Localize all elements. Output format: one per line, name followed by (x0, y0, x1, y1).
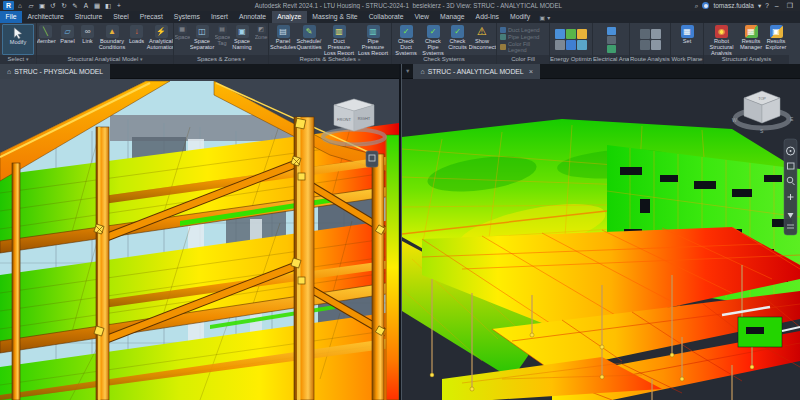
avatar[interactable] (702, 2, 709, 9)
analytical-automation-icon: ⚡ (155, 25, 168, 38)
compass-west-label: W (732, 117, 737, 123)
panel-label-electrical[interactable]: Electrical Analysis (593, 55, 629, 64)
panel-label-energy[interactable]: Energy Optimization (550, 55, 592, 64)
optimize-icon[interactable] (555, 40, 565, 50)
tab-analyze[interactable]: Analyze (272, 11, 307, 23)
pipe-legend-icon (500, 34, 506, 40)
navigation-bar[interactable] (784, 139, 797, 235)
boundary-conditions-button[interactable]: ▲ Boundary Conditions (97, 24, 127, 55)
path-of-travel-icon[interactable] (640, 29, 650, 39)
space-tag-icon: ▤ (218, 25, 227, 34)
systems-analysis-icon[interactable] (566, 40, 576, 50)
results-manager-button[interactable]: ▦ Results Manager (739, 24, 764, 55)
multiple-paths-icon[interactable] (651, 29, 661, 39)
restore-button[interactable]: ❐ (785, 2, 795, 10)
space-separator-button[interactable]: ◫ Space Separator (190, 24, 215, 55)
link-button[interactable]: ∞ Link (78, 24, 97, 55)
generate-icon[interactable] (577, 29, 587, 39)
duct-legend-button: Duct Legend (500, 27, 546, 33)
analytical-automation-button[interactable]: ⚡ Analytical Automation (146, 24, 173, 55)
text-icon[interactable]: A (81, 1, 91, 10)
view-tab-analytical-model[interactable]: ⌂ STRUC - ANALYTICAL MODEL × (413, 64, 540, 79)
duct-legend-icon (500, 27, 506, 33)
panel-schedules-button[interactable]: ▤ Panel Schedules (270, 24, 296, 55)
tab-manage[interactable]: Manage (435, 11, 471, 23)
panel-label-check[interactable]: Check Systems (392, 55, 496, 64)
check-pipe-systems-button[interactable]: ✓ Check Pipe Systems (420, 24, 447, 55)
route-settings-icon[interactable] (651, 40, 661, 50)
panel-reports-schedules: ▤ Panel Schedules ✎ Schedule/ Quantities… (269, 23, 392, 64)
power-analytical-icon[interactable] (607, 36, 616, 44)
help-icon[interactable]: ? (765, 2, 769, 9)
panel-label-structural[interactable]: Structural Analysis (704, 55, 789, 64)
user-dropdown-icon[interactable]: ▾ (758, 2, 761, 10)
physical-model-canvas[interactable]: FRONT RIGHT (0, 79, 399, 400)
panel-label-spaces[interactable]: Spaces & Zones ▾ (174, 55, 268, 64)
electrical-tools (605, 24, 618, 55)
panel-label-route[interactable]: Route Analysis ▾ (630, 55, 670, 64)
revit-logo-icon[interactable]: R (3, 1, 14, 10)
ribbon-display-toggle[interactable]: ▣▾ (536, 11, 551, 23)
tab-structure[interactable]: Structure (69, 11, 108, 23)
space-naming-button[interactable]: ▣ Space Naming (230, 24, 255, 55)
panel-label-reports[interactable]: Reports & Schedules » (269, 55, 391, 64)
tab-annotate[interactable]: Annotate (233, 11, 271, 23)
tab-steel[interactable]: Steel (108, 11, 135, 23)
check-duct-systems-button[interactable]: ✓ Check Duct Systems (393, 24, 420, 55)
pipe-pressure-loss-report-button[interactable]: ▥ Pipe Pressure Loss Report (356, 24, 390, 55)
tab-insert[interactable]: Insert (205, 11, 233, 23)
search-icon[interactable]: ⌕ (695, 2, 699, 10)
robot-structural-analysis-icon: ◉ (715, 25, 728, 38)
modify-pen-icon[interactable]: ✎ (70, 1, 80, 10)
tab-architecture[interactable]: Architecture (22, 11, 69, 23)
show-disconnects-button[interactable]: ⚠ Show Disconnects (469, 24, 496, 55)
create-energy-model-icon[interactable] (566, 29, 576, 39)
save-icon[interactable]: ▣ (37, 1, 47, 10)
people-content-icon[interactable] (640, 40, 650, 50)
robot-structural-analysis-button[interactable]: ◉ Robot Structural Analysis (705, 24, 739, 55)
navbar-control-left[interactable] (366, 151, 378, 167)
tab-systems[interactable]: Systems (168, 11, 205, 23)
open-icon[interactable]: ▱ (26, 1, 36, 10)
electrical-settings-icon[interactable] (607, 27, 616, 35)
energy-results-icon[interactable] (577, 40, 587, 50)
default-3d-view-icon[interactable]: ▦ (92, 1, 102, 10)
results-explorer-button[interactable]: ▣ Results Explorer (764, 24, 789, 55)
panel-label-sam[interactable]: Structural Analytical Model ▾ (37, 55, 173, 64)
tab-massing-site[interactable]: Massing & Site (307, 11, 363, 23)
energy-settings-icon[interactable] (555, 29, 565, 39)
view-tab-physical-model[interactable]: ⌂ STRUC - PHYSICAL MODEL (0, 64, 110, 79)
loads-button[interactable]: ↓ Loads (127, 24, 146, 55)
minimize-button[interactable]: – (773, 2, 781, 9)
measure-icon[interactable]: + (114, 1, 124, 10)
section-icon[interactable]: ◧ (103, 1, 113, 10)
modify-button[interactable]: Modify (2, 24, 34, 55)
panel-button[interactable]: ▱ Panel (57, 24, 78, 55)
panel-label-workplane[interactable]: Work Plane (671, 55, 703, 64)
signed-in-user[interactable]: tomasz.fudala (713, 2, 753, 9)
panel-label-color-fill[interactable]: Color Fill (497, 55, 549, 64)
schedule-quantities-button[interactable]: ✎ Schedule/ Quantities (296, 24, 322, 55)
panel-label-select[interactable]: Select ▾ (0, 55, 36, 64)
equipment-load-icon[interactable] (607, 45, 616, 53)
ribbon-state-icon: ▣ (540, 14, 546, 21)
tab-addins[interactable]: Add-Ins (470, 11, 504, 23)
analytical-panel-icon: ▱ (61, 25, 74, 38)
undo-icon[interactable]: ↺ (48, 1, 58, 10)
tab-file[interactable]: File (0, 11, 22, 23)
panel-electrical-analysis: Electrical Analysis (593, 23, 630, 64)
space-icon: ▦ (178, 25, 187, 34)
check-circuits-button[interactable]: ✓ Check Circuits (447, 24, 469, 55)
redo-icon[interactable]: ↻ (59, 1, 69, 10)
member-button[interactable]: ╲ Member (37, 24, 57, 55)
tab-collaborate[interactable]: Collaborate (363, 11, 409, 23)
close-view-icon[interactable]: × (527, 67, 533, 76)
tab-modify[interactable]: Modify (505, 11, 536, 23)
tab-view[interactable]: View (409, 11, 435, 23)
view-tab-menu-icon[interactable]: ▼ (402, 64, 413, 78)
tab-precast[interactable]: Precast (134, 11, 168, 23)
duct-pressure-loss-report-button[interactable]: ▥ Duct Pressure Loss Report (322, 24, 356, 55)
set-work-plane-button[interactable]: ▦ Set (673, 24, 701, 55)
analytical-model-canvas[interactable]: W S E TOP (402, 79, 800, 400)
home-icon[interactable]: ⌂ (15, 1, 25, 10)
